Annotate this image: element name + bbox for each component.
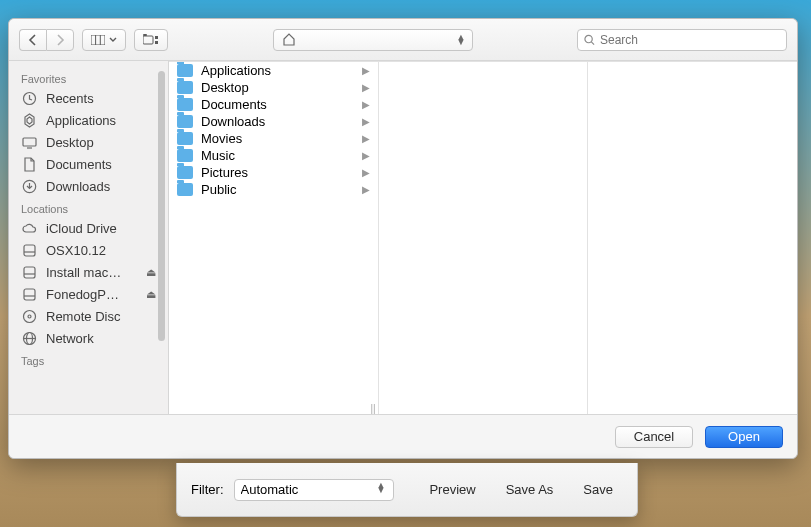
folder-name: Applications xyxy=(201,63,354,78)
column-3[interactable] xyxy=(588,62,797,414)
chevron-right-icon: ▶ xyxy=(362,116,370,127)
path-control[interactable]: ▲▼ xyxy=(273,29,473,51)
sidebar-item[interactable]: iCloud Drive xyxy=(9,217,168,239)
column-view: Applications▶Desktop▶Documents▶Downloads… xyxy=(169,61,797,414)
forward-button[interactable] xyxy=(46,29,74,51)
svg-rect-4 xyxy=(143,34,147,36)
disk-icon xyxy=(21,242,37,258)
svg-rect-3 xyxy=(143,36,153,44)
folder-name: Pictures xyxy=(201,165,354,180)
column-resize-handle[interactable]: || xyxy=(370,403,375,414)
dialog-body: Favorites RecentsApplicationsDesktopDocu… xyxy=(9,61,797,414)
folder-item[interactable]: Pictures▶ xyxy=(169,164,378,181)
sidebar-item[interactable]: Remote Disc xyxy=(9,305,168,327)
chevron-down-icon xyxy=(109,37,117,43)
sidebar-item-label: FonedogP… xyxy=(46,287,137,302)
sidebar-item-label: OSX10.12 xyxy=(46,243,156,258)
folder-icon xyxy=(177,166,193,179)
svg-point-7 xyxy=(585,35,592,42)
svg-rect-15 xyxy=(24,267,35,278)
svg-rect-5 xyxy=(155,36,158,39)
stepper-icon: ▲▼ xyxy=(457,35,466,45)
folder-icon xyxy=(177,64,193,77)
folder-name: Downloads xyxy=(201,114,354,129)
chevron-right-icon: ▶ xyxy=(362,82,370,93)
sidebar-item-label: Remote Disc xyxy=(46,309,156,324)
network-icon xyxy=(21,330,37,346)
chevron-left-icon xyxy=(28,34,38,46)
chevron-right-icon: ▶ xyxy=(362,99,370,110)
sidebar-scrollbar[interactable] xyxy=(158,61,165,414)
chevron-right-icon: ▶ xyxy=(362,65,370,76)
eject-icon[interactable]: ⏏ xyxy=(146,266,156,279)
folder-icon xyxy=(177,149,193,162)
sidebar-item[interactable]: Downloads xyxy=(9,175,168,197)
sidebar-item-label: Network xyxy=(46,331,156,346)
sidebar-item[interactable]: Applications xyxy=(9,109,168,131)
chevron-right-icon: ▶ xyxy=(362,184,370,195)
sidebar: Favorites RecentsApplicationsDesktopDocu… xyxy=(9,61,169,414)
sidebar-section-locations: Locations xyxy=(9,197,168,217)
sidebar-item-label: Install mac… xyxy=(46,265,137,280)
folder-name: Music xyxy=(201,148,354,163)
folder-item[interactable]: Documents▶ xyxy=(169,96,378,113)
sidebar-item[interactable]: Documents xyxy=(9,153,168,175)
folder-item[interactable]: Desktop▶ xyxy=(169,79,378,96)
saveas-button[interactable]: Save As xyxy=(496,478,564,501)
column-2[interactable] xyxy=(379,62,589,414)
folder-name: Movies xyxy=(201,131,354,146)
sidebar-section-tags: Tags xyxy=(9,349,168,369)
folder-name: Public xyxy=(201,182,354,197)
svg-point-20 xyxy=(28,315,31,318)
chevron-right-icon xyxy=(55,34,65,46)
cancel-button[interactable]: Cancel xyxy=(615,426,693,448)
folder-item[interactable]: Public▶ xyxy=(169,181,378,198)
group-button[interactable] xyxy=(134,29,168,51)
svg-rect-6 xyxy=(155,41,158,44)
home-icon xyxy=(282,33,296,46)
column-1[interactable]: Applications▶Desktop▶Documents▶Downloads… xyxy=(169,62,379,414)
svg-rect-13 xyxy=(24,245,35,256)
sidebar-item[interactable]: OSX10.12 xyxy=(9,239,168,261)
search-field[interactable] xyxy=(577,29,787,51)
save-button[interactable]: Save xyxy=(573,478,623,501)
svg-rect-0 xyxy=(91,35,105,45)
file-dialog: ▲▼ Favorites RecentsApplicationsDesktopD… xyxy=(8,18,798,459)
sidebar-item-label: Desktop xyxy=(46,135,156,150)
sidebar-item[interactable]: FonedogP…⏏ xyxy=(9,283,168,305)
svg-point-19 xyxy=(23,310,35,322)
disk-icon xyxy=(21,286,37,302)
toolbar: ▲▼ xyxy=(9,19,797,61)
eject-icon[interactable]: ⏏ xyxy=(146,288,156,301)
sidebar-item-label: Downloads xyxy=(46,179,156,194)
sidebar-item-label: Recents xyxy=(46,91,156,106)
folder-item[interactable]: Downloads▶ xyxy=(169,113,378,130)
open-button[interactable]: Open xyxy=(705,426,783,448)
parent-sheet: Filter: Automatic ▲▼ Preview Save As Sav… xyxy=(176,463,638,517)
svg-line-8 xyxy=(591,41,594,44)
search-input[interactable] xyxy=(600,33,780,47)
folder-icon xyxy=(177,81,193,94)
preview-button[interactable]: Preview xyxy=(419,478,485,501)
folder-item[interactable]: Movies▶ xyxy=(169,130,378,147)
sidebar-item[interactable]: Network xyxy=(9,327,168,349)
sidebar-item[interactable]: Desktop xyxy=(9,131,168,153)
filter-select[interactable]: Automatic xyxy=(234,479,394,501)
disk-icon xyxy=(21,264,37,280)
svg-rect-17 xyxy=(24,289,35,300)
folder-item[interactable]: Music▶ xyxy=(169,147,378,164)
view-mode-button[interactable] xyxy=(82,29,126,51)
folder-item[interactable]: Applications▶ xyxy=(169,62,378,79)
chevron-right-icon: ▶ xyxy=(362,167,370,178)
back-button[interactable] xyxy=(19,29,46,51)
folder-icon xyxy=(177,183,193,196)
sidebar-item[interactable]: Install mac…⏏ xyxy=(9,261,168,283)
sidebar-item-label: Documents xyxy=(46,157,156,172)
downloads-icon xyxy=(21,178,37,194)
nav-segmented xyxy=(19,29,74,51)
sidebar-item[interactable]: Recents xyxy=(9,87,168,109)
disc-icon xyxy=(21,308,37,324)
sidebar-section-favorites: Favorites xyxy=(9,67,168,87)
chevron-right-icon: ▶ xyxy=(362,150,370,161)
applications-icon xyxy=(21,112,37,128)
